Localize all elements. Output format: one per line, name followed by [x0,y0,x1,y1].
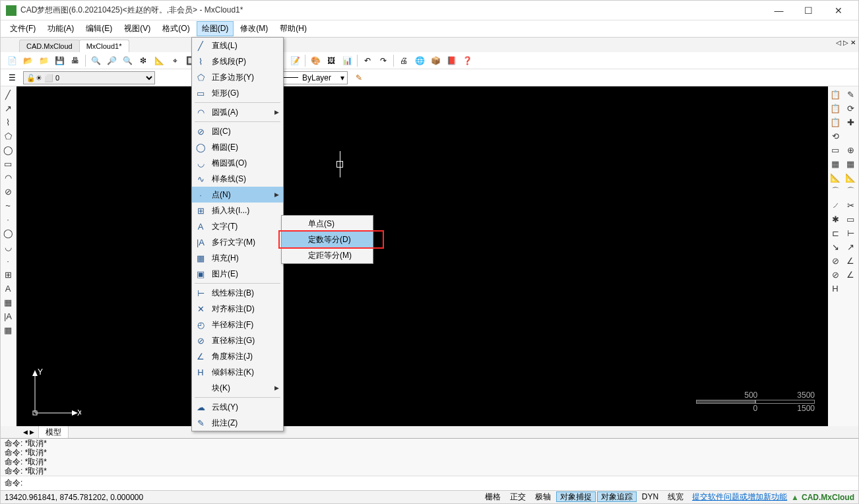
right-tool[interactable]: 📋 [828,88,843,101]
right-tool[interactable]: ⊏ [828,226,843,239]
draw-menu-item[interactable]: ◠圆弧(A)▶ [192,104,283,120]
draw-menu-item[interactable]: |A多行文字(M) [192,234,283,250]
tab-mxcloud1[interactable]: MxCloud1* [79,40,129,52]
right-tool[interactable]: ⟲ [828,129,843,142]
menu-4[interactable]: 格式(O) [157,21,195,36]
right-tool[interactable]: ∠ [843,254,858,267]
right-tool[interactable]: 📋 [828,115,843,129]
draw-menu-item[interactable]: ⌇多线段(P) [192,53,283,69]
maximize-button[interactable]: ☐ [794,1,823,20]
draw-menu-item[interactable]: ⊘直径标注(G) [192,332,283,348]
status-toggle[interactable]: 极轴 [531,491,555,502]
draw-menu-item[interactable]: 块(K)▶ [192,380,283,396]
draw-menu-item[interactable]: ╱直线(L) [192,38,283,53]
status-toggle[interactable]: DYN [638,491,662,502]
toolbar-button[interactable]: 🔍 [120,53,135,68]
right-tool[interactable]: 📋 [828,102,843,115]
right-tool[interactable]: ↗ [843,240,858,253]
right-tool[interactable]: ✂ [843,199,858,212]
draw-menu-item[interactable]: ⊞插入块(I...) [192,203,283,218]
left-tool[interactable]: ⌇ [1,115,15,129]
tab-cadmxcloud[interactable]: CAD.MxCloud [19,40,80,52]
toolbar-button[interactable]: 📄 [5,53,19,68]
right-tool[interactable]: ✱ [828,212,843,226]
left-tool[interactable]: ◯ [1,226,15,239]
point-submenu-item[interactable]: 定距等分(M) [282,247,373,263]
draw-menu-item[interactable]: H倾斜标注(K) [192,364,283,380]
toolbar-button[interactable]: 🖼 [324,53,338,68]
feedback-link[interactable]: 提交软件问题或增加新功能 [692,491,787,503]
draw-menu-item[interactable]: ∠角度标注(J) [192,348,283,364]
status-toggle[interactable]: 栅格 [481,491,505,502]
right-tool[interactable]: ⌒ [828,185,843,198]
right-tool[interactable]: ↘ [828,240,843,253]
left-tool[interactable]: ▭ [1,157,15,170]
left-tool[interactable]: · [1,212,15,226]
right-tool[interactable]: ▦ [843,157,858,170]
toolbar-button[interactable]: 📂 [20,53,35,68]
menu-6[interactable]: 修改(M) [235,21,273,36]
point-submenu-item[interactable]: 单点(S) [282,216,373,232]
right-tool[interactable]: 📐 [843,171,858,184]
toolbar-button[interactable]: 📐 [152,53,166,68]
status-toggle[interactable]: 对象追踪 [597,491,637,502]
right-tool[interactable]: ⊢ [843,226,858,239]
left-tool[interactable]: ⬠ [1,129,15,142]
toolbar-button[interactable]: 📁 [36,53,51,68]
left-tool[interactable]: · [1,254,15,267]
toolbar-button[interactable]: 📝 [288,53,302,68]
menu-3[interactable]: 视图(V) [119,21,156,36]
left-tool[interactable]: ▦ [1,296,15,309]
right-tool[interactable]: ⟋ [828,199,843,212]
draw-menu-item[interactable]: ◴半径标注(F) [192,317,283,332]
toolbar-button[interactable]: ❇ [136,53,150,68]
right-tool[interactable]: ▭ [843,212,858,226]
right-tool[interactable]: H [828,282,843,295]
draw-menu-item[interactable]: ◯椭圆(E) [192,139,283,155]
draw-menu-item[interactable]: ⊘圆(C) [192,123,283,139]
toolbar-button[interactable]: ↷ [376,53,391,68]
right-tool[interactable]: ▭ [828,143,843,156]
left-tool[interactable]: |A [1,309,15,323]
command-input[interactable] [22,478,854,489]
linetype-icon[interactable]: ✎ [352,71,366,85]
toolbar-button[interactable]: 📦 [428,53,443,68]
status-toggle[interactable]: 对象捕捉 [556,491,596,502]
draw-menu-item[interactable]: ·点(N)▶ [192,187,283,203]
draw-menu-item[interactable]: ▦填充(H) [192,250,283,266]
menu-2[interactable]: 编辑(E) [80,21,117,36]
right-tool[interactable]: ⊕ [843,143,858,156]
menu-0[interactable]: 文件(F) [5,21,41,36]
toolbar-button[interactable]: 📕 [444,53,459,68]
menu-1[interactable]: 功能(A) [42,21,79,36]
toolbar-button[interactable]: 📊 [340,53,354,68]
toolbar-button[interactable]: ⌖ [168,53,182,68]
drawing-canvas[interactable]: Y X 500 3500 0 1500 [16,86,828,426]
left-tool[interactable]: ⊞ [1,268,15,281]
draw-menu-item[interactable]: ☁云线(Y) [192,399,283,415]
draw-menu-item[interactable]: ⬠正多边形(Y) [192,69,283,85]
toolbar-button[interactable]: 🔎 [104,53,119,68]
right-tool[interactable]: ⟳ [843,102,858,115]
toolbar-button[interactable]: 🌐 [412,53,427,68]
right-tool[interactable]: ∠ [843,268,858,281]
point-submenu-item[interactable]: 定数等分(D) [282,232,373,247]
layer-select[interactable]: 🔓☀ ⬜ 0 [23,71,155,84]
menu-5[interactable]: 绘图(D) [197,21,234,36]
tab-nav[interactable]: ◁ ▷ ✕ [836,39,856,46]
minimize-button[interactable]: — [764,1,794,20]
left-tool[interactable]: ◡ [1,240,15,253]
layer-mgr-icon[interactable]: ☰ [5,71,19,85]
left-tool[interactable]: A [1,282,15,295]
draw-menu-item[interactable]: ✎批注(Z) [192,415,283,431]
toolbar-button[interactable]: 🖨 [397,53,411,68]
right-tool[interactable]: ▦ [828,157,843,170]
toolbar-button[interactable]: 💾 [52,53,67,68]
right-tool[interactable]: 📐 [828,171,843,184]
close-button[interactable]: ✕ [823,1,853,20]
left-tool[interactable]: ⊘ [1,185,15,198]
status-toggle[interactable]: 正交 [506,491,530,502]
draw-menu-item[interactable]: ∿样条线(S) [192,171,283,187]
toolbar-button[interactable]: 🎨 [308,53,323,68]
draw-menu-item[interactable]: ◡椭圆弧(O) [192,155,283,171]
